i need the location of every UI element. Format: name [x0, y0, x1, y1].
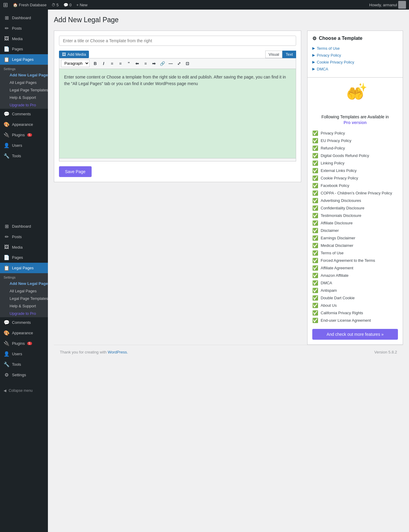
- tools-icon: 🔧: [4, 153, 10, 159]
- check-icon: ✅: [312, 310, 318, 316]
- submenu-templates-2[interactable]: Legal Page Templates: [0, 295, 48, 302]
- legal-pages-icon: 📋: [4, 57, 10, 62]
- settings-label: Settings: [0, 65, 48, 71]
- align-center-button[interactable]: ≡: [142, 60, 149, 67]
- align-right-button[interactable]: ➡: [150, 60, 158, 67]
- sidebar-item-media[interactable]: 🖼 Media: [0, 34, 48, 44]
- submenu-templates[interactable]: Legal Page Templates: [0, 86, 48, 94]
- pro-feature-item: ✅Digital Goods Refund Policy: [312, 152, 398, 159]
- sidebar-item-posts[interactable]: ✏ Posts: [0, 23, 48, 34]
- sidebar-item-comments-2[interactable]: 💬 Comments: [0, 317, 48, 328]
- submenu-add-new-2[interactable]: Add New Legal Page: [0, 280, 48, 287]
- sidebar-item-tools-2[interactable]: 🔧 Tools: [0, 359, 48, 370]
- check-icon: ✅: [312, 265, 318, 271]
- template-panel: ⚙ Choose a Template ▶ Terms of Use ▶ Pri…: [307, 31, 403, 78]
- check-icon: ✅: [312, 130, 318, 136]
- sidebar-item-legal-pages[interactable]: 📋 Legal Pages: [0, 54, 48, 65]
- free-template-list: ▶ Terms of Use ▶ Privacy Policy ▶ Cookie…: [312, 45, 398, 72]
- adminbar-user[interactable]: Howdy, armanul: [369, 1, 406, 9]
- sidebar-item-legal-pages-2[interactable]: 📋 Legal Pages: [0, 263, 48, 273]
- sidebar-item-plugins-2[interactable]: 🔌 Plugins 5: [0, 338, 48, 349]
- pro-feature-item: ✅Disclaimer: [312, 227, 398, 234]
- sidebar-item-plugins[interactable]: 🔌 Plugins 5: [0, 130, 48, 140]
- cta-button[interactable]: And check out more features »: [312, 329, 398, 340]
- sidebar-item-tools[interactable]: 🔧 Tools: [0, 151, 48, 161]
- check-icon: ✅: [312, 318, 318, 323]
- appearance-icon: 🎨: [4, 122, 10, 127]
- link-button[interactable]: 🔗: [158, 60, 166, 67]
- template-item-terms[interactable]: ▶ Terms of Use: [312, 45, 398, 52]
- pro-feature-item: ✅Double Dart Cookie: [312, 294, 398, 302]
- format-select[interactable]: Paragraph: [61, 60, 90, 67]
- pro-feature-item: ✅EU Privacy Policy: [312, 137, 398, 144]
- template-item-privacy[interactable]: ▶ Privacy Policy: [312, 52, 398, 59]
- sidebar-item-dashboard-2[interactable]: ⊞ Dashboard: [0, 221, 48, 232]
- bold-button[interactable]: B: [91, 60, 99, 67]
- check-icon: ✅: [312, 220, 318, 226]
- sidebar-item-posts-2[interactable]: ✏ Posts: [0, 232, 48, 242]
- legal-pages-icon-2: 📋: [4, 265, 10, 271]
- check-icon: ✅: [312, 288, 318, 293]
- visual-tab[interactable]: Visual: [265, 51, 282, 58]
- wp-logo[interactable]: ⊞: [3, 1, 8, 8]
- editor-panel: 🖼 Add Media Visual Text Paragraph: [54, 31, 301, 182]
- pro-feature-item: ✅Advertising Disclosures: [312, 197, 398, 204]
- check-icon: ✅: [312, 160, 318, 166]
- sidebar-item-pages-2[interactable]: 📄 Pages: [0, 252, 48, 263]
- submenu-help-2[interactable]: Help & Support: [0, 302, 48, 310]
- sidebar-item-dashboard[interactable]: ⊞ Dashboard: [0, 13, 48, 23]
- star-icon: ✨: [357, 82, 367, 92]
- blockquote-button[interactable]: ": [125, 60, 133, 67]
- check-icon: ✅: [312, 273, 318, 278]
- editor-resize-handle[interactable]: [59, 158, 296, 161]
- check-icon: ✅: [312, 183, 318, 188]
- submenu-add-new[interactable]: Add New Legal Page: [0, 71, 48, 79]
- sidebar-item-users[interactable]: 👤 Users: [0, 140, 48, 151]
- plugins-badge: 5: [27, 133, 32, 137]
- align-left-button[interactable]: ⬅: [133, 60, 141, 67]
- pro-feature-item: ✅Linking Policy: [312, 159, 398, 167]
- adminbar-home[interactable]: 🏠 Fresh Database: [13, 3, 47, 7]
- template-item-cookie[interactable]: ▶ Cookie Privacy Policy: [312, 59, 398, 66]
- pro-feature-item: ✅Earnings Disclaimer: [312, 234, 398, 242]
- editor-content[interactable]: Enter some content or Choose a template …: [59, 69, 296, 158]
- adminbar-comments[interactable]: 💬 0: [63, 3, 72, 7]
- submenu-upgrade[interactable]: Upgrade to Pro: [0, 101, 48, 109]
- sidebar-item-appearance-2[interactable]: 🎨 Appearance: [0, 328, 48, 338]
- sidebar-item-users-2[interactable]: 👤 Users: [0, 349, 48, 359]
- sidebar-item-appearance[interactable]: 🎨 Appearance: [0, 119, 48, 130]
- toolbar-toggle-button[interactable]: ⊡: [184, 60, 191, 67]
- wp-link[interactable]: WordPress.: [108, 350, 128, 354]
- sidebar-item-media-2[interactable]: 🖼 Media: [0, 242, 48, 252]
- sidebar-item-pages[interactable]: 📄 Pages: [0, 44, 48, 54]
- sidebar-item-settings-2[interactable]: ⚙ Settings: [0, 370, 48, 380]
- submenu-upgrade-2[interactable]: Upgrade to Pro: [0, 310, 48, 317]
- pro-features-list: ✅Privacy Policy✅EU Privacy Policy✅Refund…: [312, 129, 398, 324]
- italic-button[interactable]: I: [100, 60, 107, 67]
- check-icon: ✅: [312, 243, 318, 248]
- page-title: Add New Legal Page: [54, 16, 403, 25]
- ordered-list-button[interactable]: ≡: [116, 60, 124, 67]
- adminbar-new[interactable]: + New: [76, 3, 87, 7]
- sidebar-item-comments[interactable]: 💬 Comments: [0, 109, 48, 119]
- unordered-list-button[interactable]: ≡: [108, 60, 116, 67]
- title-input[interactable]: [59, 36, 296, 46]
- collapse-menu[interactable]: ◀ Collapse menu: [0, 386, 48, 395]
- submenu-all-legal-2[interactable]: All Legal Pages: [0, 287, 48, 295]
- check-icon: ✅: [312, 198, 318, 203]
- submenu-all-legal[interactable]: All Legal Pages: [0, 79, 48, 86]
- fullscreen-button[interactable]: ⤢: [175, 60, 183, 67]
- text-tab[interactable]: Text: [282, 51, 296, 58]
- save-page-button[interactable]: Save Page: [59, 166, 92, 177]
- pro-feature-item: ✅COPPA - Children's Online Privacy Polic…: [312, 189, 398, 197]
- pro-feature-item: ✅End-user License Agreement: [312, 317, 398, 324]
- pro-feature-item: ✅Confidentiality Disclosure: [312, 204, 398, 212]
- adminbar-cache[interactable]: ⏱ 5: [51, 3, 59, 7]
- media-icon: 🖼: [4, 36, 10, 41]
- collapse-icon: ◀: [4, 389, 6, 393]
- template-item-dmca[interactable]: ▶ DMCA: [312, 66, 398, 72]
- submenu-help[interactable]: Help & Support: [0, 94, 48, 101]
- more-button[interactable]: —: [167, 60, 175, 67]
- check-icon: ✅: [312, 250, 318, 256]
- add-media-button[interactable]: 🖼 Add Media: [59, 51, 89, 58]
